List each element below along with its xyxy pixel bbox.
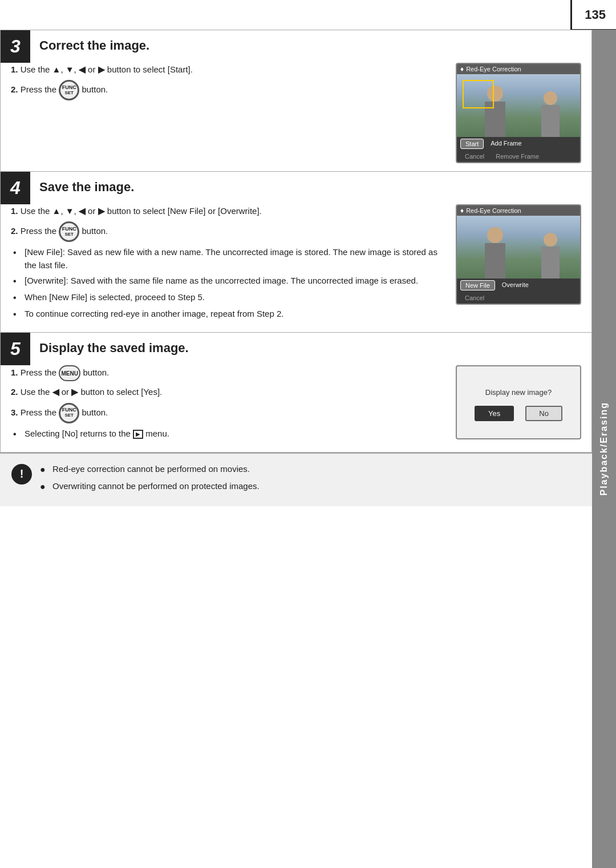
- step-5-screen: Display new image? Yes No: [456, 365, 581, 443]
- sidebar-tab: Playback/Erasing: [592, 30, 616, 868]
- step-4-section: 4 Save the image. 1. Use the ▲, ▼, ◀ or …: [0, 172, 592, 333]
- display-screen-prompt: Display new image?: [485, 388, 552, 397]
- camera-screen-3: ♦ Red-Eye Correction: [456, 63, 581, 163]
- step-4-bullet-3: • When [New File] is selected, proceed t…: [13, 291, 444, 305]
- note-icon: !: [11, 464, 32, 485]
- screen-photo-4: [457, 216, 580, 278]
- menu-button-5: MENU: [59, 365, 80, 381]
- step-5-bullet-1: • Selecting [No] returns to the ▶ menu.: [13, 427, 444, 441]
- step-5-instructions: 1. Press the MENU button. 2. Use the ◀ o…: [11, 365, 444, 443]
- func-set-button-5: FUNC SET: [59, 403, 79, 423]
- step-3-title: Correct the image.: [30, 30, 591, 63]
- func-set-button-3: FUNC SET: [59, 80, 79, 100]
- step-5-section: 5 Display the saved image. 1. Press the …: [0, 333, 592, 452]
- step-4-screen: ♦ Red-Eye Correction: [456, 204, 581, 324]
- step-4-instructions: 1. Use the ▲, ▼, ◀ or ▶ button to select…: [11, 204, 444, 324]
- screen-title-bar-4: ♦ Red-Eye Correction: [457, 205, 580, 216]
- step-3-instruction-2: 2. Press the FUNC SET button.: [11, 80, 444, 100]
- note-item-1: ● Red-eye correction cannot be performed…: [40, 463, 581, 477]
- note-item-2: ● Overwriting cannot be performed on pro…: [40, 480, 581, 494]
- step-4-number: 4: [1, 172, 30, 204]
- screen-photo-3: [457, 74, 580, 137]
- screen-menu-3-row2: Cancel Remove Frame: [457, 151, 580, 162]
- screen-menu-4-row1: New File Overwrite: [457, 278, 580, 292]
- screen-menu-4-row2: Cancel: [457, 292, 580, 304]
- step-5-instruction-2: 2. Use the ◀ or ▶ button to select [Yes]…: [11, 385, 444, 398]
- main-content: 3 Correct the image. 1. Use the ▲, ▼, ◀ …: [0, 30, 592, 868]
- step-3-body: 1. Use the ▲, ▼, ◀ or ▶ button to select…: [1, 63, 591, 171]
- step-3-section: 3 Correct the image. 1. Use the ▲, ▼, ◀ …: [0, 30, 592, 172]
- func-set-button-4: FUNC SET: [59, 221, 79, 242]
- no-option: No: [525, 406, 562, 421]
- step-5-title: Display the saved image.: [30, 333, 591, 365]
- step-4-bullet-2: • [Overwrite]: Saved with the same file …: [13, 274, 444, 288]
- sidebar-tab-label: Playback/Erasing: [599, 402, 609, 496]
- step-5-header: 5 Display the saved image.: [1, 333, 591, 365]
- step-5-number: 5: [1, 333, 30, 365]
- step-4-body: 1. Use the ▲, ▼, ◀ or ▶ button to select…: [1, 204, 591, 332]
- display-screen-options: Yes No: [475, 406, 562, 421]
- step-5-instruction-1: 1. Press the MENU button.: [11, 365, 444, 381]
- step-5-instruction-3: 3. Press the FUNC SET button.: [11, 403, 444, 423]
- step-3-screen: ♦ Red-Eye Correction: [456, 63, 581, 163]
- step-3-instructions: 1. Use the ▲, ▼, ◀ or ▶ button to select…: [11, 63, 444, 163]
- step-3-header: 3 Correct the image.: [1, 30, 591, 63]
- step-4-instruction-2: 2. Press the FUNC SET button.: [11, 221, 444, 242]
- step-4-bullets: • [New File]: Saved as new file with a n…: [11, 246, 444, 321]
- camera-screen-4: ♦ Red-Eye Correction: [456, 204, 581, 305]
- page-number-bar: 135: [570, 0, 616, 30]
- step-3-number: 3: [1, 30, 30, 63]
- yes-option: Yes: [475, 406, 514, 421]
- page-number: 135: [585, 7, 606, 22]
- step-4-bullet-1: • [New File]: Saved as new file with a n…: [13, 246, 444, 272]
- step-5-bullets: • Selecting [No] returns to the ▶ menu.: [11, 427, 444, 441]
- step-4-instruction-1: 1. Use the ▲, ▼, ◀ or ▶ button to select…: [11, 204, 444, 217]
- playback-icon: ▶: [133, 430, 143, 439]
- display-new-image-screen: Display new image? Yes No: [456, 365, 581, 439]
- step-5-body: 1. Press the MENU button. 2. Use the ◀ o…: [1, 365, 591, 451]
- step-3-instruction-1: 1. Use the ▲, ▼, ◀ or ▶ button to select…: [11, 63, 444, 76]
- step-4-bullet-4: • To continue correcting red-eye in anot…: [13, 308, 444, 321]
- step-4-header: 4 Save the image.: [1, 172, 591, 204]
- screen-title-bar-3: ♦ Red-Eye Correction: [457, 64, 580, 74]
- step-4-title: Save the image.: [30, 172, 591, 204]
- note-box: ! ● Red-eye correction cannot be perform…: [0, 453, 592, 506]
- screen-menu-3-row1: Start Add Frame: [457, 137, 580, 151]
- note-content: ● Red-eye correction cannot be performed…: [40, 463, 581, 497]
